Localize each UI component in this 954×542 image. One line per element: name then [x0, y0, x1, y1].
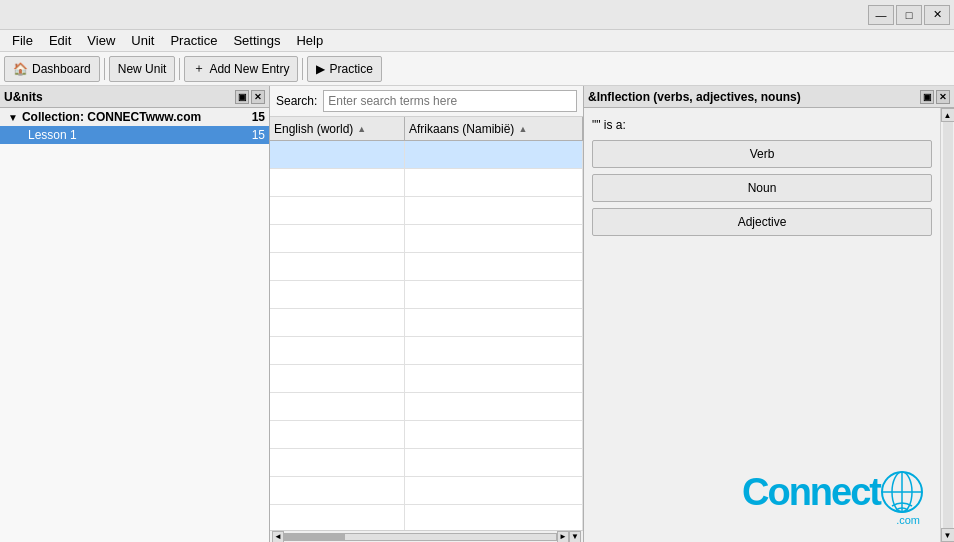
cell-english	[270, 141, 405, 168]
inflection-title: &Inflection (verbs, adjectives, nouns)	[588, 90, 801, 104]
cell-english	[270, 477, 405, 504]
cell-english	[270, 225, 405, 252]
menu-bar: File Edit View Unit Practice Settings He…	[0, 30, 954, 52]
add-new-entry-button[interactable]: ＋ Add New Entry	[184, 56, 298, 82]
scroll-down-arrow[interactable]: ▼	[569, 531, 581, 543]
cell-afrikaans	[405, 421, 583, 448]
cell-english	[270, 365, 405, 392]
inflection-controls: ▣ ✕	[920, 90, 950, 104]
title-bar-buttons: — □ ✕	[868, 5, 950, 25]
inflection-close-button[interactable]: ✕	[936, 90, 950, 104]
adjective-button[interactable]: Adjective	[592, 208, 932, 236]
scroll-right-arrow[interactable]: ►	[557, 531, 569, 543]
dashboard-button[interactable]: 🏠 Dashboard	[4, 56, 100, 82]
cell-english	[270, 197, 405, 224]
lesson-1-name: Lesson 1	[28, 128, 77, 142]
menu-unit[interactable]: Unit	[123, 30, 162, 51]
table-row[interactable]	[270, 253, 583, 281]
table-row[interactable]	[270, 393, 583, 421]
units-close-button[interactable]: ✕	[251, 90, 265, 104]
cell-english	[270, 393, 405, 420]
lesson-1-item[interactable]: Lesson 1 15	[0, 126, 269, 144]
table-header: English (world) ▲ Afrikaans (Namibië) ▲	[270, 117, 583, 141]
collection-item[interactable]: ▼ Collection: CONNECTwww.com 15	[0, 108, 269, 126]
scrollbar-thumb[interactable]	[285, 534, 345, 540]
new-unit-button[interactable]: New Unit	[109, 56, 176, 82]
lesson-1-count: 15	[252, 128, 265, 142]
inflection-header: &Inflection (verbs, adjectives, nouns) ▣…	[584, 86, 954, 108]
practice-button[interactable]: ▶ Practice	[307, 56, 381, 82]
toolbar: 🏠 Dashboard New Unit ＋ Add New Entry ▶ P…	[0, 52, 954, 86]
table-row[interactable]	[270, 197, 583, 225]
table-row[interactable]	[270, 477, 583, 505]
toolbar-separator-3	[302, 58, 303, 80]
inflection-scroll-up[interactable]: ▲	[941, 108, 955, 122]
verb-button[interactable]: Verb	[592, 140, 932, 168]
inflection-scroll-track[interactable]	[943, 122, 953, 528]
table-row[interactable]	[270, 141, 583, 169]
cell-afrikaans	[405, 281, 583, 308]
search-label: Search:	[276, 94, 317, 108]
units-panel-title: U&nits	[4, 90, 43, 104]
cell-afrikaans	[405, 253, 583, 280]
menu-help[interactable]: Help	[288, 30, 331, 51]
home-icon: 🏠	[13, 62, 28, 76]
plus-icon: ＋	[193, 60, 205, 77]
close-button[interactable]: ✕	[924, 5, 950, 25]
units-restore-button[interactable]: ▣	[235, 90, 249, 104]
table-row[interactable]	[270, 309, 583, 337]
scroll-left-arrow[interactable]: ◄	[272, 531, 284, 543]
expand-icon: ▼	[8, 112, 18, 123]
table-row[interactable]	[270, 365, 583, 393]
cell-afrikaans	[405, 141, 583, 168]
words-table: English (world) ▲ Afrikaans (Namibië) ▲	[270, 117, 583, 542]
cell-afrikaans	[405, 477, 583, 504]
table-row[interactable]	[270, 281, 583, 309]
table-row[interactable]	[270, 225, 583, 253]
minimize-button[interactable]: —	[868, 5, 894, 25]
cell-english	[270, 253, 405, 280]
logo-area: C onnect	[592, 242, 932, 534]
logo-text: onnect	[767, 471, 880, 514]
table-row[interactable]	[270, 421, 583, 449]
noun-button[interactable]: Noun	[592, 174, 932, 202]
menu-settings[interactable]: Settings	[225, 30, 288, 51]
cell-english	[270, 505, 405, 530]
table-row[interactable]	[270, 337, 583, 365]
sort-english-icon[interactable]: ▲	[357, 124, 366, 134]
menu-practice[interactable]: Practice	[162, 30, 225, 51]
search-input[interactable]	[323, 90, 577, 112]
cell-english	[270, 421, 405, 448]
inflection-restore-button[interactable]: ▣	[920, 90, 934, 104]
table-row[interactable]	[270, 505, 583, 530]
menu-edit[interactable]: Edit	[41, 30, 79, 51]
inflection-panel-wrapper: &Inflection (verbs, adjectives, nouns) ▣…	[584, 86, 954, 542]
cell-afrikaans	[405, 337, 583, 364]
cell-afrikaans	[405, 309, 583, 336]
inflection-main: &Inflection (verbs, adjectives, nouns) ▣…	[584, 86, 954, 542]
table-row[interactable]	[270, 169, 583, 197]
cell-afrikaans	[405, 449, 583, 476]
cell-afrikaans	[405, 225, 583, 252]
cell-english	[270, 281, 405, 308]
menu-view[interactable]: View	[79, 30, 123, 51]
scrollbar-track[interactable]	[284, 533, 557, 541]
logo-c-letter: C	[742, 471, 767, 514]
title-bar: — □ ✕	[0, 0, 954, 30]
main-content: U&nits ▣ ✕ ▼ Collection: CONNECTwww.com …	[0, 86, 954, 542]
units-panel-header: U&nits ▣ ✕	[0, 86, 269, 108]
collection-name: Collection: CONNECTwww.com	[22, 110, 201, 124]
horizontal-scrollbar[interactable]: ◄ ► ▼	[270, 530, 583, 542]
sort-afrikaans-icon[interactable]: ▲	[518, 124, 527, 134]
logo-suffix: .com	[896, 514, 920, 526]
maximize-button[interactable]: □	[896, 5, 922, 25]
menu-file[interactable]: File	[4, 30, 41, 51]
inflection-scroll-down[interactable]: ▼	[941, 528, 955, 542]
logo-globe-icon	[880, 470, 924, 514]
inflection-content: "" is a: Verb Noun Adjective C onnect	[584, 108, 940, 542]
toolbar-separator-2	[179, 58, 180, 80]
inflection-body: "" is a: Verb Noun Adjective C onnect	[584, 108, 954, 542]
toolbar-separator-1	[104, 58, 105, 80]
table-row[interactable]	[270, 449, 583, 477]
cell-afrikaans	[405, 365, 583, 392]
